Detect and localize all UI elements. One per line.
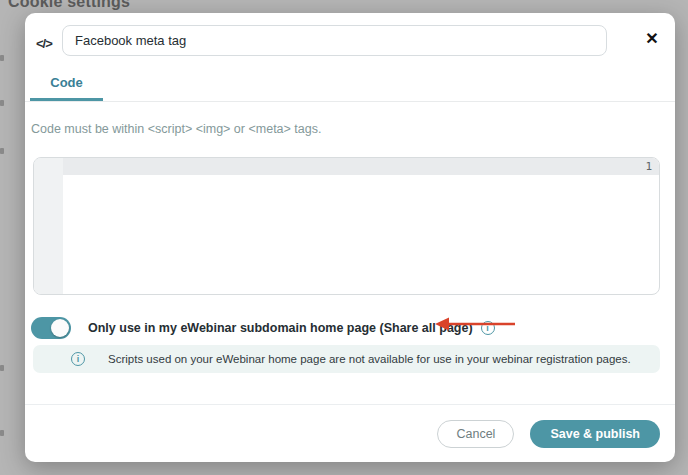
background-text-fragment — [0, 55, 4, 61]
code-snippet-modal: </> ✕ Code Code must be within <script> … — [25, 13, 675, 462]
info-banner-text: Scripts used on your eWebinar home page … — [108, 353, 631, 365]
subdomain-toggle[interactable] — [31, 317, 71, 339]
editor-active-line — [34, 158, 659, 175]
snippet-name-input[interactable] — [62, 25, 607, 56]
screen: Cookie settings </> ✕ Code Code must be … — [0, 0, 688, 475]
editor-line-number: 1 — [645, 160, 652, 173]
tab-code-label: Code — [50, 75, 83, 90]
code-editor[interactable]: 1 — [33, 157, 660, 295]
code-icon: </> — [36, 36, 52, 51]
background-text-fragment — [0, 365, 4, 371]
cancel-button[interactable]: Cancel — [437, 420, 514, 448]
editor-gutter — [34, 158, 63, 294]
helper-text: Code must be within <script> <img> or <m… — [31, 122, 659, 136]
subdomain-toggle-row: Only use in my eWebinar subdomain home p… — [31, 317, 659, 339]
toggle-label: Only use in my eWebinar subdomain home p… — [88, 321, 473, 335]
footer-divider — [25, 404, 675, 405]
background-text-fragment — [0, 430, 4, 436]
info-icon: i — [71, 352, 85, 366]
background-text-fragment — [0, 100, 4, 106]
close-icon: ✕ — [645, 30, 658, 47]
toggle-knob — [51, 319, 69, 337]
save-publish-button[interactable]: Save & publish — [530, 420, 660, 448]
background-text-fragment — [0, 148, 4, 154]
background-page-title: Cookie settings — [8, 0, 130, 11]
tabbar-divider — [25, 101, 675, 102]
tab-code[interactable]: Code — [30, 73, 103, 101]
close-button[interactable]: ✕ — [637, 24, 667, 54]
modal-footer: Cancel Save & publish — [25, 420, 660, 448]
info-banner: i Scripts used on your eWebinar home pag… — [33, 345, 660, 373]
info-icon[interactable]: i — [481, 321, 495, 335]
